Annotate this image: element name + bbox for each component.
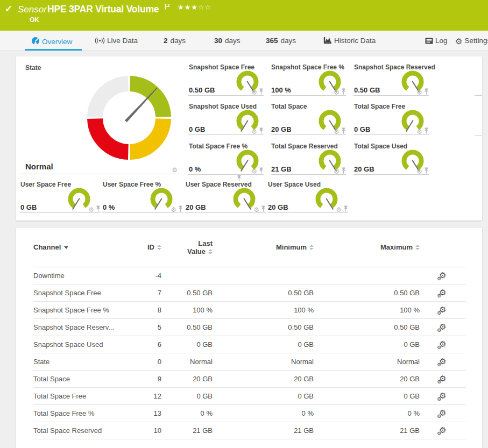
pin-icon[interactable] xyxy=(424,88,429,95)
tab-bar: OverviewLive Data2days30days365daysHisto… xyxy=(0,31,488,51)
cell-maximum: 100 % xyxy=(314,301,420,318)
gear-icon[interactable]: ⚙ xyxy=(416,168,422,175)
sort-icon xyxy=(415,245,420,250)
cell-maximum: 0 GB xyxy=(314,387,420,404)
table-row[interactable]: Snapshot Space Reserv... 5 0.50 GB 0.50 … xyxy=(33,318,466,336)
channel-settings-gear-icon[interactable]: ⚙⚙ xyxy=(439,305,446,314)
cell-channel: Downtime xyxy=(33,267,128,284)
gear-icon[interactable]: ⚙ xyxy=(172,166,178,174)
channel-settings-gear-icon[interactable]: ⚙⚙ xyxy=(439,288,446,296)
gear-icon[interactable]: ⚙ xyxy=(334,168,340,175)
gauge-value: 100 % xyxy=(271,86,291,94)
table-row[interactable]: Total Space 9 20 GB 20 GB 20 GB ⚙⚙ xyxy=(33,370,466,387)
cell-id: -4 xyxy=(128,267,161,284)
cell-minimum: 20 GB xyxy=(213,370,314,387)
gauge-tile: Snapshot Space Free % 100 % ⚙ xyxy=(271,62,346,96)
gauge-value: 0.50 GB xyxy=(354,86,380,94)
cell-channel: Total Space Free % xyxy=(33,404,128,422)
channel-settings-gear-icon[interactable]: ⚙⚙ xyxy=(439,426,446,434)
table-row[interactable]: Total Space Free % 13 0 % 0 % 0 % ⚙⚙ xyxy=(33,404,466,422)
state-gauge-tile: State Normal ⚙ xyxy=(20,62,180,174)
pin-icon[interactable] xyxy=(341,88,346,95)
cell-last-value: 0 GB xyxy=(161,387,213,404)
gauge-tile: User Space Reserved 20 GB ⚙ xyxy=(185,179,266,213)
column-header-minimum[interactable]: Minimum xyxy=(213,228,314,267)
pin-icon[interactable] xyxy=(261,205,266,212)
channel-settings-gear-icon[interactable]: ⚙⚙ xyxy=(439,323,446,331)
cell-id: 9 xyxy=(128,370,161,387)
gear-icon[interactable]: ⚙ xyxy=(416,128,422,136)
pin-icon[interactable] xyxy=(259,127,264,134)
tab-log[interactable]: Log xyxy=(425,37,448,47)
gauge-value: 20 GB xyxy=(268,203,288,211)
pin-icon[interactable] xyxy=(424,167,429,174)
tab-2-days[interactable]: 2days xyxy=(164,37,186,47)
gauge-tile: Snapshot Space Used 0 GB ⚙ xyxy=(188,101,264,135)
pin-icon[interactable] xyxy=(343,205,348,212)
pin-icon[interactable] xyxy=(178,205,183,212)
pin-icon[interactable] xyxy=(341,167,346,174)
table-row[interactable]: State 0 Normal Normal Normal ⚙⚙ xyxy=(33,353,466,370)
gear-icon[interactable]: ⚙ xyxy=(171,206,176,214)
channel-table-panel: Channel ID LastValue Minimum Maximum Dow… xyxy=(16,228,482,448)
tab-historic-data[interactable]: Historic Data xyxy=(323,37,376,47)
table-row[interactable]: Snapshot Space Free 7 0.50 GB 0.50 GB 0.… xyxy=(33,284,466,301)
table-row[interactable]: Snapshot Space Used 6 0 GB 0 GB 0 GB ⚙⚙ xyxy=(33,336,466,353)
pin-icon[interactable] xyxy=(96,205,101,212)
tab-30-days[interactable]: 30days xyxy=(214,37,241,47)
table-row[interactable]: Total Space Free 12 0 GB 0 GB 0 GB ⚙⚙ xyxy=(33,387,466,404)
pin-icon[interactable] xyxy=(259,167,264,174)
tab-settings[interactable]: ⚙Settings xyxy=(455,37,488,47)
column-header-maximum[interactable]: Maximum xyxy=(314,228,420,267)
column-header-channel[interactable]: Channel xyxy=(33,228,128,267)
tile-divider-stub xyxy=(475,95,482,96)
gauge-tile: Total Space Free 0 GB ⚙ xyxy=(353,101,429,135)
tab-label: Live Data xyxy=(107,37,138,45)
column-header-actions xyxy=(420,228,466,267)
channel-settings-gear-icon[interactable]: ⚙⚙ xyxy=(439,374,446,382)
tab-overview[interactable]: Overview xyxy=(31,37,72,47)
cell-last-value: 20 GB xyxy=(161,370,213,387)
channel-settings-gear-icon[interactable]: ⚙⚙ xyxy=(439,392,446,400)
pin-icon[interactable] xyxy=(424,127,429,134)
cell-channel: Total Space Free xyxy=(33,387,128,404)
gear-icon[interactable]: ⚙ xyxy=(336,206,342,214)
gear-icon[interactable]: ⚙ xyxy=(251,128,257,136)
gauge-value: 20 GB xyxy=(271,125,292,133)
pin-icon[interactable] xyxy=(341,127,346,134)
cell-channel: Total Space xyxy=(33,370,128,387)
priority-stars[interactable]: ★★★☆☆ xyxy=(178,3,211,11)
gear-icon[interactable]: ⚙ xyxy=(251,89,257,96)
overview-gauges-panel: State Normal ⚙ Snapshot Space Free 0.50 … xyxy=(16,56,482,221)
column-header-last-value[interactable]: LastValue xyxy=(161,228,213,267)
table-row[interactable]: Total Space Reserved 10 21 GB 21 GB 21 G… xyxy=(33,422,466,439)
column-header-id[interactable]: ID xyxy=(128,228,161,267)
channel-settings-gear-icon[interactable]: ⚙⚙ xyxy=(439,409,446,417)
table-row[interactable]: Downtime -4 ⚙⚙ xyxy=(33,267,466,284)
gear-icon[interactable]: ⚙ xyxy=(251,168,257,175)
gear-icon[interactable]: ⚙ xyxy=(334,89,340,96)
cell-last-value: 0 GB xyxy=(161,336,213,353)
cell-id: 6 xyxy=(128,336,161,353)
channel-settings-gear-icon[interactable]: ⚙⚙ xyxy=(439,271,446,279)
sort-icon xyxy=(157,245,161,250)
sort-desc-icon xyxy=(64,246,68,249)
table-row[interactable]: Snapshot Space Free % 8 100 % 100 % 100 … xyxy=(33,301,466,318)
gear-icon[interactable]: ⚙ xyxy=(334,128,340,136)
gauge-value: 0.50 GB xyxy=(189,86,215,94)
cell-maximum xyxy=(314,267,420,284)
historic-chart-icon xyxy=(323,37,332,46)
gear-icon[interactable]: ⚙ xyxy=(416,89,422,96)
gear-icon[interactable]: ⚙ xyxy=(88,206,94,214)
tab-365-days[interactable]: 365days xyxy=(266,37,296,47)
gear-icon[interactable]: ⚙ xyxy=(253,206,259,214)
gauge-value: 0 % xyxy=(189,165,201,173)
channel-settings-gear-icon[interactable]: ⚙⚙ xyxy=(439,340,446,348)
tab-live-data[interactable]: Live Data xyxy=(95,37,138,47)
tab-label: days xyxy=(281,37,296,45)
tab-label: Overview xyxy=(42,38,72,46)
channel-settings-gear-icon[interactable]: ⚙⚙ xyxy=(439,357,446,365)
cell-id: 13 xyxy=(128,404,161,422)
pin-icon[interactable] xyxy=(259,88,264,95)
sensor-status-banner: ✓ Sensor HPE 3PAR Virtual Volume ★★★☆☆ O… xyxy=(0,0,488,31)
